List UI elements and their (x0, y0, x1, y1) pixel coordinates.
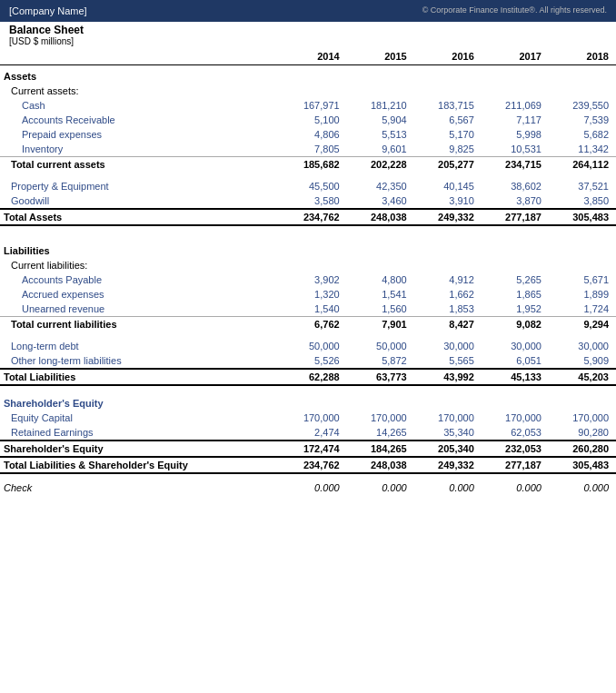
row-current-liabilities-header: Current liabilities: (0, 258, 616, 272)
copyright: © Corporate Finance Institute®. All righ… (422, 5, 607, 15)
row-value-2: 205,340 (414, 441, 482, 457)
row-accounts-payable: Accounts Payable3,9024,8004,9125,2655,67… (0, 272, 616, 287)
row-label: Shareholder's Equity (0, 392, 280, 411)
row-total-current-liabilities: Total current liabilities6,7627,9018,427… (0, 317, 616, 332)
currency-note: [USD $ millions] (9, 36, 607, 46)
row-label: Current liabilities: (0, 258, 280, 272)
row-label: Total current assets (0, 157, 280, 173)
row-value-0: 4,806 (280, 127, 347, 142)
row-value-1: 5,904 (347, 113, 414, 127)
row-value-3: 1,865 (482, 287, 549, 302)
row-cash: Cash167,971181,210183,715211,069239,550 (0, 98, 616, 113)
row-value-2 (414, 65, 482, 84)
row-value-0: 5,100 (280, 113, 347, 127)
row-value-4: 45,203 (549, 369, 616, 385)
row-value-2: 40,145 (414, 179, 482, 193)
row-value-2: 1,662 (414, 287, 482, 302)
row-value-0: 167,971 (280, 98, 347, 113)
balance-sheet-table: 2014 2015 2016 2017 2018 AssetsCurrent a… (0, 48, 616, 495)
spacer-row (0, 332, 616, 339)
row-value-2 (414, 392, 482, 411)
row-value-1: 9,601 (347, 142, 414, 157)
row-value-4: 170,000 (549, 411, 616, 425)
row-value-1: 1,560 (347, 302, 414, 317)
row-value-0: 185,682 (280, 157, 347, 173)
row-value-4: 305,483 (549, 457, 616, 473)
row-label: Long-term debt (0, 339, 280, 353)
row-value-0: 170,000 (280, 411, 347, 425)
row-value-1: 248,038 (347, 209, 414, 225)
col-2016: 2016 (414, 48, 482, 65)
row-value-0: 234,762 (280, 209, 347, 225)
row-value-2: 1,853 (414, 302, 482, 317)
row-value-3: 0.000 (482, 480, 549, 495)
row-value-3: 211,069 (482, 98, 549, 113)
row-value-4 (549, 392, 616, 411)
row-value-1: 1,541 (347, 287, 414, 302)
row-label: Inventory (0, 142, 280, 157)
row-label: Accounts Receivable (0, 113, 280, 127)
row-value-4: 239,550 (549, 98, 616, 113)
row-value-4: 305,483 (549, 209, 616, 225)
row-value-0: 5,526 (280, 353, 347, 369)
spacer-row (0, 172, 616, 179)
col-2017: 2017 (482, 48, 549, 65)
row-label: Current assets: (0, 84, 280, 98)
row-value-3: 38,602 (482, 179, 549, 193)
row-value-3 (482, 258, 549, 272)
row-value-2: 43,992 (414, 369, 482, 385)
row-value-3: 6,051 (482, 353, 549, 369)
col-2018: 2018 (549, 48, 616, 65)
row-value-2 (414, 258, 482, 272)
row-value-1 (347, 240, 414, 258)
row-value-2: 0.000 (414, 480, 482, 495)
row-value-2: 3,910 (414, 193, 482, 209)
row-label: Prepaid expenses (0, 127, 280, 142)
row-value-4: 11,342 (549, 142, 616, 157)
row-label: Goodwill (0, 193, 280, 209)
row-label: Accounts Payable (0, 272, 280, 287)
row-value-3: 5,998 (482, 127, 549, 142)
row-value-3: 10,531 (482, 142, 549, 157)
row-value-0 (280, 240, 347, 258)
row-value-3: 277,187 (482, 457, 549, 473)
row-value-1: 14,265 (347, 425, 414, 441)
row-value-0: 62,288 (280, 369, 347, 385)
row-property-equipment: Property & Equipment45,50042,35040,14538… (0, 179, 616, 193)
row-value-2: 205,277 (414, 157, 482, 173)
row-value-0: 45,500 (280, 179, 347, 193)
row-accounts-receivable: Accounts Receivable5,1005,9046,5677,1177… (0, 113, 616, 127)
row-value-4 (549, 258, 616, 272)
row-value-2 (414, 84, 482, 98)
row-value-2: 9,825 (414, 142, 482, 157)
row-value-1: 248,038 (347, 457, 414, 473)
row-value-1: 5,872 (347, 353, 414, 369)
row-value-3 (482, 65, 549, 84)
row-value-2: 8,427 (414, 317, 482, 332)
row-value-4 (549, 65, 616, 84)
row-total-liabilities: Total Liabilities62,28863,77343,99245,13… (0, 369, 616, 385)
row-value-4: 1,899 (549, 287, 616, 302)
row-accrued-expenses: Accrued expenses1,3201,5411,6621,8651,89… (0, 287, 616, 302)
row-value-0 (280, 258, 347, 272)
row-value-3: 1,952 (482, 302, 549, 317)
row-value-0 (280, 65, 347, 84)
row-value-3: 277,187 (482, 209, 549, 225)
row-value-4: 5,682 (549, 127, 616, 142)
row-value-3: 30,000 (482, 339, 549, 353)
row-value-4: 30,000 (549, 339, 616, 353)
row-value-2 (414, 240, 482, 258)
row-value-1: 202,228 (347, 157, 414, 173)
row-equity-capital: Equity Capital170,000170,000170,000170,0… (0, 411, 616, 425)
row-value-2: 249,332 (414, 457, 482, 473)
row-shareholder-equity-total: Shareholder's Equity172,474184,265205,34… (0, 441, 616, 457)
row-label: Equity Capital (0, 411, 280, 425)
row-value-4 (549, 240, 616, 258)
row-label: Assets (0, 65, 280, 84)
row-value-4: 5,671 (549, 272, 616, 287)
row-liabilities-header: Liabilities (0, 240, 616, 258)
row-shareholder-equity-header: Shareholder's Equity (0, 392, 616, 411)
row-value-3 (482, 84, 549, 98)
row-assets-header: Assets (0, 65, 616, 84)
row-label: Total current liabilities (0, 317, 280, 332)
